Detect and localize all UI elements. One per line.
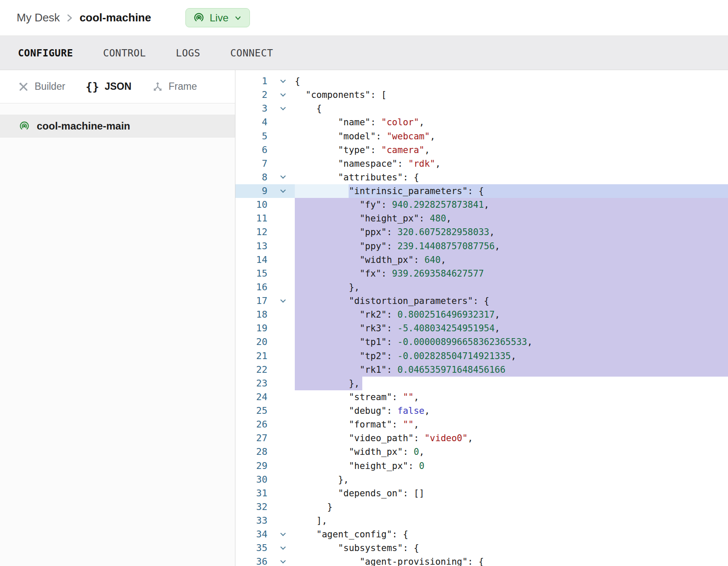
code-text: },: [295, 475, 349, 485]
fold-toggle-icon[interactable]: [280, 544, 286, 550]
code-line-content[interactable]: "tp1": -0.000008996658362365533,: [295, 335, 728, 349]
line-number: 4: [235, 115, 271, 129]
code-line-content[interactable]: "ppx": 320.6075282958033,: [295, 225, 728, 239]
code-line-content[interactable]: "video_path": "video0",: [295, 431, 728, 445]
code-line[interactable]: 7 "namespace": "rdk",: [235, 157, 728, 171]
tab-configure[interactable]: CONFIGURE: [18, 47, 73, 59]
code-line[interactable]: 32 }: [235, 500, 728, 514]
code-line[interactable]: 9 "intrinsic_parameters": {: [235, 184, 728, 198]
code-line[interactable]: 15 "fx": 939.2693584627577: [235, 267, 728, 280]
code-line[interactable]: 21 "tp2": -0.002828504714921335,: [235, 349, 728, 363]
code-line-content[interactable]: ],: [295, 514, 728, 528]
code-line-content[interactable]: "width_px": 0,: [295, 445, 728, 459]
code-line[interactable]: 13 "ppy": 239.14408757087756,: [235, 239, 728, 253]
code-line-content[interactable]: "fx": 939.2693584627577: [295, 267, 728, 280]
code-line-content[interactable]: "subsystems": {: [295, 541, 728, 555]
code-line[interactable]: 23 },: [235, 377, 728, 390]
code-line[interactable]: 14 "width_px": 640,: [235, 253, 728, 267]
line-number: 34: [235, 528, 271, 541]
code-line[interactable]: 35 "subsystems": {: [235, 541, 728, 555]
sidebar-item-machine-part[interactable]: cool-machine-main: [0, 115, 235, 138]
code-line-content[interactable]: "agent-provisioning": {: [295, 555, 728, 566]
code-line[interactable]: 2 "components": [: [235, 88, 728, 102]
code-line[interactable]: 4 "name": "color",: [235, 115, 728, 129]
code-line-content[interactable]: },: [295, 473, 728, 486]
code-line-content[interactable]: "type": "camera",: [295, 143, 728, 157]
code-line[interactable]: 34 "agent_config": {: [235, 528, 728, 541]
code-line-content[interactable]: {: [295, 102, 728, 115]
tab-logs[interactable]: LOGS: [176, 47, 200, 59]
code-line[interactable]: 10 "fy": 940.2928257873841,: [235, 198, 728, 212]
code-line[interactable]: 19 "rk3": -5.408034254951954,: [235, 321, 728, 335]
code-line[interactable]: 16 },: [235, 280, 728, 294]
code-line-content[interactable]: "ppy": 239.14408757087756,: [295, 239, 728, 253]
line-number: 32: [235, 500, 271, 514]
code-line[interactable]: 25 "debug": false,: [235, 404, 728, 418]
code-line[interactable]: 33 ],: [235, 514, 728, 528]
code-text: },: [295, 378, 360, 389]
code-line-content[interactable]: "height_px": 0: [295, 459, 728, 473]
code-line[interactable]: 5 "model": "webcam",: [235, 130, 728, 143]
code-line-content[interactable]: "name": "color",: [295, 115, 728, 129]
code-line[interactable]: 20 "tp1": -0.000008996658362365533,: [235, 335, 728, 349]
code-line-content[interactable]: "stream": "",: [295, 390, 728, 404]
code-line-content[interactable]: "debug": false,: [295, 404, 728, 418]
code-line-content[interactable]: "agent_config": {: [295, 528, 728, 541]
code-line-content[interactable]: "distortion_parameters": {: [295, 294, 728, 308]
code-line-content[interactable]: }: [295, 500, 728, 514]
fold-toggle-icon[interactable]: [280, 297, 286, 303]
code-line-content[interactable]: "namespace": "rdk",: [295, 157, 728, 171]
code-line-content[interactable]: "format": "",: [295, 418, 728, 431]
code-line-content[interactable]: "height_px": 480,: [295, 212, 728, 225]
code-line[interactable]: 36 "agent-provisioning": {: [235, 555, 728, 566]
breadcrumb-parent-link[interactable]: My Desk: [17, 11, 60, 24]
code-line[interactable]: 22 "rk1": 0.046535971648456166: [235, 363, 728, 377]
code-line[interactable]: 11 "height_px": 480,: [235, 212, 728, 225]
code-line[interactable]: 28 "width_px": 0,: [235, 445, 728, 459]
fold-toggle-icon[interactable]: [280, 105, 286, 110]
code-line-content[interactable]: "rk3": -5.408034254951954,: [295, 321, 728, 335]
code-line[interactable]: 12 "ppx": 320.6075282958033,: [235, 225, 728, 239]
code-line[interactable]: 27 "video_path": "video0",: [235, 431, 728, 445]
code-line-content[interactable]: "intrinsic_parameters": {: [295, 184, 728, 198]
json-code-editor[interactable]: 1{2 "components": [3 {4 "name": "color",…: [235, 70, 728, 566]
code-line[interactable]: 24 "stream": "",: [235, 390, 728, 404]
code-line-content[interactable]: {: [295, 74, 728, 88]
code-line-content[interactable]: },: [295, 377, 728, 390]
fold-gutter: [271, 294, 295, 308]
code-line-content[interactable]: "components": [: [295, 88, 728, 102]
code-line[interactable]: 1{: [235, 74, 728, 88]
fold-toggle-icon[interactable]: [280, 77, 286, 83]
code-line-content[interactable]: "rk1": 0.046535971648456166: [295, 363, 728, 377]
live-status-dropdown[interactable]: Live: [185, 8, 250, 27]
code-line[interactable]: 26 "format": "",: [235, 418, 728, 431]
fold-gutter: [271, 349, 295, 363]
code-line[interactable]: 8 "attributes": {: [235, 171, 728, 184]
code-line-content[interactable]: "attributes": {: [295, 171, 728, 184]
fold-toggle-icon[interactable]: [280, 187, 286, 193]
code-line-content[interactable]: "tp2": -0.002828504714921335,: [295, 349, 728, 363]
code-line-content[interactable]: "model": "webcam",: [295, 130, 728, 143]
tab-connect[interactable]: CONNECT: [230, 47, 273, 59]
fold-toggle-icon[interactable]: [280, 174, 286, 179]
view-toggle-builder[interactable]: Builder: [18, 81, 65, 92]
code-line-content[interactable]: "depends_on": []: [295, 486, 728, 500]
code-line[interactable]: 29 "height_px": 0: [235, 459, 728, 473]
code-line[interactable]: 3 {: [235, 102, 728, 115]
code-line[interactable]: 18 "rk2": 0.8002516496932317,: [235, 308, 728, 321]
code-line-content[interactable]: "width_px": 640,: [295, 253, 728, 267]
code-line[interactable]: 17 "distortion_parameters": {: [235, 294, 728, 308]
code-line[interactable]: 31 "depends_on": []: [235, 486, 728, 500]
fold-toggle-icon[interactable]: [280, 558, 286, 563]
view-toggle-json[interactable]: {}JSON: [86, 80, 132, 93]
tab-control[interactable]: CONTROL: [103, 47, 146, 59]
fold-toggle-icon[interactable]: [280, 91, 286, 97]
code-line[interactable]: 6 "type": "camera",: [235, 143, 728, 157]
code-line-content[interactable]: "rk2": 0.8002516496932317,: [295, 308, 728, 321]
fold-gutter: [271, 74, 295, 88]
code-line-content[interactable]: },: [295, 280, 728, 294]
view-toggle-frame[interactable]: Frame: [152, 81, 197, 92]
code-line[interactable]: 30 },: [235, 473, 728, 486]
code-line-content[interactable]: "fy": 940.2928257873841,: [295, 198, 728, 212]
fold-toggle-icon[interactable]: [280, 531, 286, 536]
